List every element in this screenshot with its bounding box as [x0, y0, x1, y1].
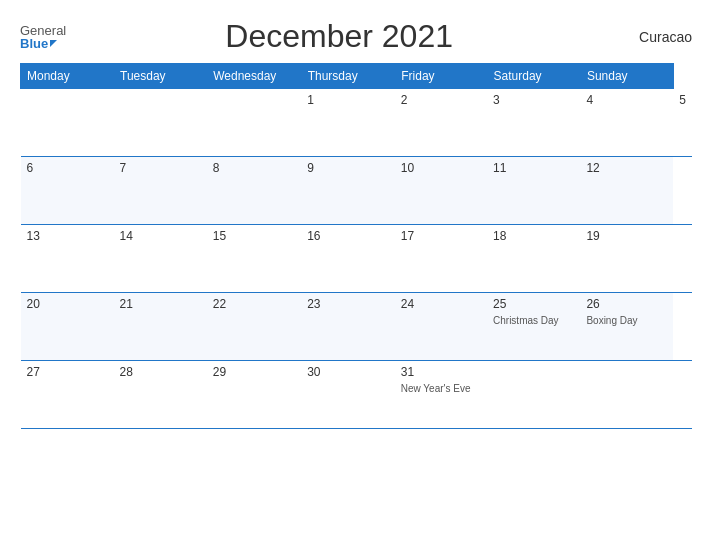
day-number: 12 — [586, 161, 667, 175]
calendar-table: Monday Tuesday Wednesday Thursday Friday… — [20, 63, 692, 429]
day-number: 8 — [213, 161, 295, 175]
day-cell: 30 — [301, 361, 395, 429]
day-cell: 24 — [395, 293, 487, 361]
day-number: 2 — [401, 93, 481, 107]
col-wednesday: Wednesday — [207, 64, 301, 89]
day-number: 31 — [401, 365, 481, 379]
day-number: 24 — [401, 297, 481, 311]
day-cell: 14 — [114, 225, 207, 293]
col-sunday: Sunday — [580, 64, 673, 89]
day-number: 28 — [120, 365, 201, 379]
day-event: Christmas Day — [493, 315, 559, 326]
day-cell — [487, 361, 580, 429]
page-title: December 2021 — [66, 18, 612, 55]
day-cell: 3 — [487, 89, 580, 157]
day-number: 22 — [213, 297, 295, 311]
day-number: 27 — [27, 365, 108, 379]
day-number: 20 — [27, 297, 108, 311]
day-cell: 19 — [580, 225, 673, 293]
day-cell: 13 — [21, 225, 114, 293]
day-cell: 5 — [673, 89, 692, 157]
day-cell: 31New Year's Eve — [395, 361, 487, 429]
day-cell: 27 — [21, 361, 114, 429]
day-cell: 18 — [487, 225, 580, 293]
day-number: 3 — [493, 93, 574, 107]
day-number: 19 — [586, 229, 667, 243]
week-row-5: 2728293031New Year's Eve — [21, 361, 693, 429]
day-number: 14 — [120, 229, 201, 243]
day-cell: 10 — [395, 157, 487, 225]
day-cell: 21 — [114, 293, 207, 361]
day-event: Boxing Day — [586, 315, 637, 326]
day-cell: 2 — [395, 89, 487, 157]
day-cell: 22 — [207, 293, 301, 361]
col-tuesday: Tuesday — [114, 64, 207, 89]
day-number: 15 — [213, 229, 295, 243]
day-cell: 29 — [207, 361, 301, 429]
day-cell — [21, 89, 114, 157]
day-cell: 9 — [301, 157, 395, 225]
day-number: 11 — [493, 161, 574, 175]
col-friday: Friday — [395, 64, 487, 89]
day-cell: 12 — [580, 157, 673, 225]
week-row-1: 12345 — [21, 89, 693, 157]
day-number: 25 — [493, 297, 574, 311]
day-number: 4 — [586, 93, 667, 107]
day-cell: 1 — [301, 89, 395, 157]
day-cell: 6 — [21, 157, 114, 225]
logo: General Blue — [20, 24, 66, 50]
day-cell: 25Christmas Day — [487, 293, 580, 361]
day-cell — [207, 89, 301, 157]
day-cell — [580, 361, 673, 429]
day-number: 16 — [307, 229, 389, 243]
day-number: 13 — [27, 229, 108, 243]
col-saturday: Saturday — [487, 64, 580, 89]
day-cell: 7 — [114, 157, 207, 225]
week-row-4: 202122232425Christmas Day26Boxing Day — [21, 293, 693, 361]
day-number: 23 — [307, 297, 389, 311]
day-cell: 15 — [207, 225, 301, 293]
day-number: 6 — [27, 161, 108, 175]
day-number: 17 — [401, 229, 481, 243]
day-cell: 20 — [21, 293, 114, 361]
day-cell: 17 — [395, 225, 487, 293]
logo-blue-text: Blue — [20, 37, 48, 50]
day-number: 18 — [493, 229, 574, 243]
col-thursday: Thursday — [301, 64, 395, 89]
day-number: 7 — [120, 161, 201, 175]
header: General Blue December 2021 Curacao — [20, 18, 692, 55]
day-number: 21 — [120, 297, 201, 311]
day-number: 9 — [307, 161, 389, 175]
day-number: 29 — [213, 365, 295, 379]
day-number: 1 — [307, 93, 389, 107]
day-cell: 28 — [114, 361, 207, 429]
day-cell: 23 — [301, 293, 395, 361]
day-number: 30 — [307, 365, 389, 379]
weekday-header-row: Monday Tuesday Wednesday Thursday Friday… — [21, 64, 693, 89]
day-number: 10 — [401, 161, 481, 175]
day-cell: 4 — [580, 89, 673, 157]
day-cell: 16 — [301, 225, 395, 293]
day-cell: 8 — [207, 157, 301, 225]
logo-general-text: General — [20, 24, 66, 37]
day-cell — [114, 89, 207, 157]
col-monday: Monday — [21, 64, 114, 89]
region-label: Curacao — [612, 29, 692, 45]
logo-triangle-icon — [50, 40, 57, 47]
week-row-3: 13141516171819 — [21, 225, 693, 293]
calendar-page: General Blue December 2021 Curacao Monda… — [0, 0, 712, 550]
week-row-2: 6789101112 — [21, 157, 693, 225]
day-cell: 26Boxing Day — [580, 293, 673, 361]
day-number: 5 — [679, 93, 686, 107]
day-number: 26 — [586, 297, 667, 311]
day-cell: 11 — [487, 157, 580, 225]
day-event: New Year's Eve — [401, 383, 471, 394]
